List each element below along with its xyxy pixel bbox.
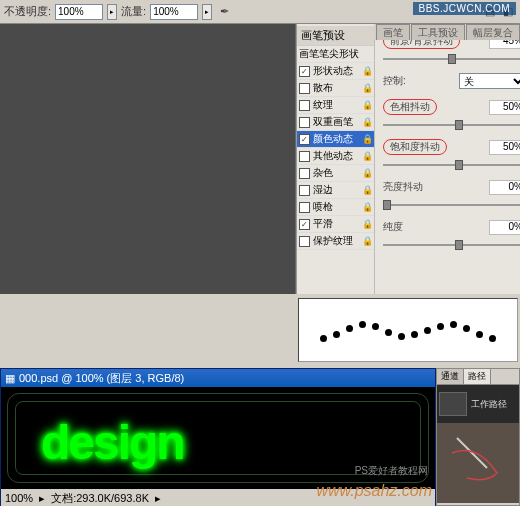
hue-jitter-slider[interactable]: [383, 122, 520, 128]
lock-icon: 🔒: [362, 202, 372, 212]
lock-icon: 🔒: [362, 168, 372, 178]
brush-preset-item[interactable]: 画笔笔尖形状: [297, 46, 374, 63]
brush-preset-header[interactable]: 画笔预设: [297, 26, 374, 46]
flow-label: 流量:: [121, 4, 146, 19]
preset-label: 画笔笔尖形状: [299, 47, 372, 61]
lock-icon: 🔒: [362, 134, 372, 144]
airbrush-icon[interactable]: ✒: [216, 4, 232, 20]
brush-preset-item[interactable]: ✓平滑🔒: [297, 216, 374, 233]
watermark-url: www.psahz.com: [316, 482, 432, 500]
paths-panel: 通道 路径 工作路径: [436, 368, 520, 506]
brush-preset-item[interactable]: 喷枪🔒: [297, 199, 374, 216]
purity-value[interactable]: 0%: [489, 220, 520, 235]
checkbox-icon[interactable]: [299, 83, 310, 94]
preset-label: 形状动态: [313, 64, 359, 78]
preset-label: 其他动态: [313, 149, 359, 163]
watermark-header: BBS.JCWCN.COM: [413, 2, 517, 15]
color-dynamics-controls: 前景/背景抖动 45% 控制: 关 色相抖动 50% 饱和度抖动 50% 亮度抖…: [375, 24, 520, 294]
opacity-dropdown[interactable]: ▸: [107, 4, 117, 20]
checkbox-icon[interactable]: [299, 168, 310, 179]
checkbox-icon[interactable]: [299, 151, 310, 162]
brush-preset-item[interactable]: ✓颜色动态🔒: [297, 131, 374, 148]
preset-label: 湿边: [313, 183, 359, 197]
preset-label: 散布: [313, 81, 359, 95]
flow-dropdown[interactable]: ▸: [202, 4, 212, 20]
tab-channels[interactable]: 通道: [437, 369, 464, 384]
tab-tool-preset[interactable]: 工具预设: [411, 24, 465, 40]
doc-size-info: 文档:293.0K/693.8K: [51, 491, 149, 506]
brush-preset-item[interactable]: 双重画笔🔒: [297, 114, 374, 131]
sat-jitter-value[interactable]: 50%: [489, 140, 520, 155]
brush-preset-item[interactable]: 杂色🔒: [297, 165, 374, 182]
checkbox-icon[interactable]: [299, 202, 310, 213]
sat-jitter-slider[interactable]: [383, 162, 520, 168]
brush-preset-item[interactable]: 纹理🔒: [297, 97, 374, 114]
lock-icon: 🔒: [362, 100, 372, 110]
purity-slider[interactable]: [383, 242, 520, 248]
brush-preset-list: 画笔预设 画笔笔尖形状✓形状动态🔒散布🔒纹理🔒双重画笔🔒✓颜色动态🔒其他动态🔒杂…: [297, 24, 375, 294]
checkbox-icon[interactable]: ✓: [299, 219, 310, 230]
lock-icon: 🔒: [362, 66, 372, 76]
flow-input[interactable]: [150, 4, 198, 20]
lock-icon: 🔒: [362, 83, 372, 93]
bri-jitter-slider[interactable]: [383, 202, 520, 208]
path-list-item[interactable]: 工作路径: [437, 385, 519, 423]
checkbox-icon[interactable]: [299, 100, 310, 111]
preset-label: 保护纹理: [313, 234, 359, 248]
document-icon: ▦: [5, 372, 15, 385]
opacity-label: 不透明度:: [4, 4, 51, 19]
tab-layer-comp[interactable]: 幅层复合: [466, 24, 520, 40]
hue-jitter-value[interactable]: 50%: [489, 100, 520, 115]
empty-canvas-area: [0, 24, 296, 294]
zoom-value[interactable]: 100%: [5, 492, 33, 504]
stroke-dots: [320, 327, 496, 334]
preset-label: 纹理: [313, 98, 359, 112]
control-label: 控制:: [383, 74, 453, 88]
brush-panel: 画笔预设 画笔笔尖形状✓形状动态🔒散布🔒纹理🔒双重画笔🔒✓颜色动态🔒其他动态🔒杂…: [296, 24, 520, 294]
lock-icon: 🔒: [362, 151, 372, 161]
zoom-dropdown-icon[interactable]: ▸: [39, 492, 45, 505]
checkbox-icon[interactable]: [299, 117, 310, 128]
sat-jitter-label: 饱和度抖动: [383, 139, 447, 155]
lock-icon: 🔒: [362, 236, 372, 246]
watermark-ps-text: PS爱好者教程网: [355, 464, 428, 478]
tab-paths[interactable]: 路径: [464, 369, 491, 384]
brush-preset-item[interactable]: ✓形状动态🔒: [297, 63, 374, 80]
path-item-label: 工作路径: [471, 398, 507, 411]
control-select[interactable]: 关: [459, 73, 520, 89]
brush-preset-item[interactable]: 保护纹理🔒: [297, 233, 374, 250]
path-thumbnail: [439, 392, 467, 416]
needle-thread-preview: [437, 423, 519, 503]
preset-label: 颜色动态: [313, 132, 359, 146]
checkbox-icon[interactable]: [299, 185, 310, 196]
purity-label: 纯度: [383, 220, 453, 234]
fg-bg-jitter-slider[interactable]: [383, 56, 520, 62]
document-titlebar[interactable]: ▦ 000.psd @ 100% (图层 3, RGB/8): [1, 369, 435, 387]
brush-preset-item[interactable]: 散布🔒: [297, 80, 374, 97]
preset-label: 平滑: [313, 217, 359, 231]
bri-jitter-label: 亮度抖动: [383, 180, 453, 194]
lock-icon: 🔒: [362, 219, 372, 229]
hue-jitter-label: 色相抖动: [383, 99, 437, 115]
checkbox-icon[interactable]: [299, 236, 310, 247]
tab-brush[interactable]: 画笔: [376, 24, 410, 40]
checkbox-icon[interactable]: ✓: [299, 66, 310, 77]
brush-preset-item[interactable]: 其他动态🔒: [297, 148, 374, 165]
neon-text: design: [41, 415, 184, 470]
preset-label: 杂色: [313, 166, 359, 180]
lock-icon: 🔒: [362, 117, 372, 127]
opacity-input[interactable]: [55, 4, 103, 20]
checkbox-icon[interactable]: ✓: [299, 134, 310, 145]
bri-jitter-value[interactable]: 0%: [489, 180, 520, 195]
brush-preset-item[interactable]: 湿边🔒: [297, 182, 374, 199]
preset-label: 喷枪: [313, 200, 359, 214]
needle-icon: [437, 423, 520, 503]
preset-label: 双重画笔: [313, 115, 359, 129]
brush-stroke-preview: [298, 298, 518, 362]
panel-tabs: 画笔 工具预设 幅层复合: [374, 24, 520, 40]
lock-icon: 🔒: [362, 185, 372, 195]
document-title-text: 000.psd @ 100% (图层 3, RGB/8): [19, 371, 184, 386]
status-dropdown-icon[interactable]: ▸: [155, 492, 161, 505]
